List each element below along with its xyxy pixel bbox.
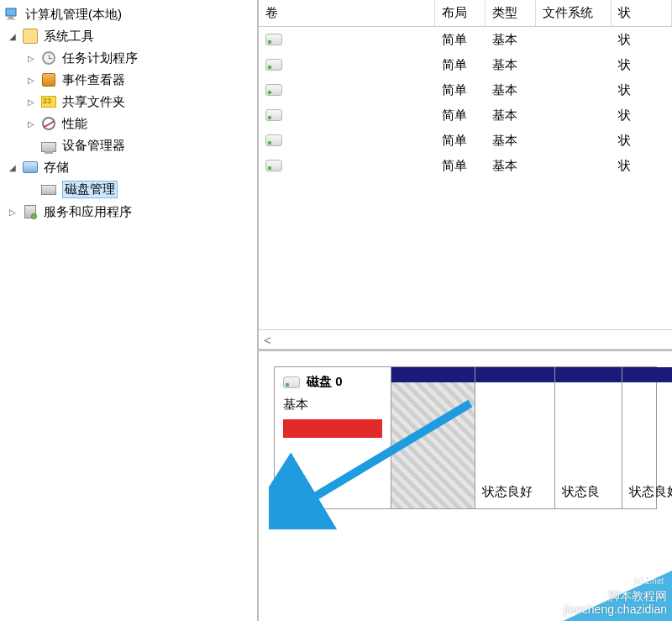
event-icon — [40, 71, 57, 88]
share-icon — [40, 93, 57, 110]
watermark: jb51.net 脚本教程网 jiaocheng.chazidian — [529, 571, 672, 621]
volume-row[interactable]: 简单基本状 — [259, 128, 672, 153]
volume-status: 状 — [612, 81, 672, 100]
volume-type: 基本 — [486, 55, 536, 75]
partition-body: 状态良好 — [622, 382, 672, 508]
volume-status: 状 — [612, 156, 672, 176]
redacted-bar-2 — [283, 443, 323, 458]
tree-performance[interactable]: ▷ 性能 — [0, 113, 257, 134]
watermark-line2: jiaocheng.chazidian — [564, 603, 667, 616]
volume-fs — [536, 38, 612, 41]
col-layout[interactable]: 布局 — [435, 0, 486, 26]
volumes-list: 卷 布局 类型 文件系统 状 简单基本状简单基本状简单基本状简单基本状简单基本状… — [259, 0, 672, 178]
expander-collapse-icon[interactable]: ◢ — [7, 30, 18, 42]
partition-header — [622, 367, 672, 382]
volume-status: 状 — [612, 30, 672, 50]
partition-status: 状态良 — [562, 484, 600, 500]
scroll-left-icon[interactable]: < — [264, 333, 271, 347]
storage-icon — [22, 159, 39, 176]
performance-icon — [40, 115, 57, 132]
tree-event-viewer[interactable]: ▷ 事件查看器 — [0, 69, 257, 91]
watermark-line1: 脚本教程网 — [608, 589, 667, 603]
partition-header — [555, 367, 622, 382]
col-status[interactable]: 状 — [612, 0, 672, 26]
col-volume[interactable]: 卷 — [259, 0, 435, 26]
partition-header — [391, 367, 475, 382]
volume-icon — [265, 59, 282, 71]
volume-status: 状 — [612, 55, 672, 75]
volume-fs — [536, 63, 612, 66]
computer-icon — [3, 6, 20, 23]
volume-type: 基本 — [486, 106, 536, 125]
tree-system-tools[interactable]: ◢ 系统工具 — [0, 25, 257, 47]
svg-rect-1 — [8, 17, 13, 18]
tree-services-apps[interactable]: ▷ 服务和应用程序 — [0, 201, 257, 223]
volume-layout: 简单 — [435, 131, 486, 150]
disk-row-0[interactable]: 磁盘 0 基本 状态良好状态良状态良好 — [274, 366, 657, 509]
tree-label: 事件查看器 — [62, 72, 125, 88]
tree-label: 系统工具 — [44, 29, 94, 45]
volume-icon — [265, 34, 282, 45]
tools-icon — [22, 28, 39, 45]
horizontal-scrollbar[interactable]: < — [259, 329, 672, 350]
volume-icon — [265, 160, 282, 171]
tree-disk-management[interactable]: 磁盘管理 — [0, 178, 257, 201]
volume-status: 状 — [612, 106, 672, 125]
volume-type: 基本 — [486, 30, 536, 50]
volume-fs — [536, 139, 612, 142]
partition[interactable]: 状态良好 — [622, 367, 672, 508]
volume-icon — [265, 109, 282, 121]
partition-header — [475, 367, 554, 382]
volume-fs — [536, 164, 612, 167]
volume-row[interactable]: 简单基本状 — [259, 52, 672, 77]
tree-label: 性能 — [62, 116, 87, 132]
expander-expand-icon[interactable]: ▷ — [25, 52, 37, 64]
expander-expand-icon[interactable]: ▷ — [25, 118, 37, 129]
volume-row[interactable]: 简单基本状 — [259, 27, 672, 52]
col-filesystem[interactable]: 文件系统 — [536, 0, 612, 26]
volume-icon — [265, 84, 282, 96]
partition[interactable]: 状态良好 — [475, 367, 555, 508]
volume-layout: 简单 — [435, 156, 486, 176]
volume-status: 状 — [612, 131, 672, 150]
volume-row[interactable]: 简单基本状 — [259, 103, 672, 128]
partition-body: 状态良好 — [475, 382, 554, 508]
disk-management-icon — [40, 182, 57, 198]
expander-expand-icon[interactable]: ▷ — [25, 74, 37, 86]
volume-fs — [536, 88, 612, 92]
volume-layout: 简单 — [435, 106, 486, 125]
volume-row[interactable]: 简单基本状 — [259, 77, 672, 103]
navigation-tree: 计算机管理(本地) ◢ 系统工具 ▷ 任务计划程序 ▷ 事件查看器 ▷ 共享文件… — [0, 0, 259, 621]
volume-type: 基本 — [486, 131, 536, 150]
tree-label: 服务和应用程序 — [44, 204, 132, 220]
volume-fs — [536, 113, 612, 117]
volume-type: 基本 — [486, 81, 536, 100]
tree-label: 设备管理器 — [62, 138, 125, 154]
disk-icon — [283, 376, 300, 388]
clock-icon — [40, 50, 57, 66]
volume-icon — [265, 134, 282, 146]
services-icon — [22, 203, 39, 220]
device-manager-icon — [40, 137, 57, 154]
volume-layout: 简单 — [435, 30, 486, 50]
tree-root[interactable]: 计算机管理(本地) — [0, 3, 257, 25]
tree-device-manager[interactable]: 设备管理器 — [0, 134, 257, 156]
volume-layout: 简单 — [435, 81, 486, 100]
tree-label: 共享文件夹 — [62, 94, 125, 110]
disk-info: 磁盘 0 基本 — [275, 367, 391, 508]
volume-row[interactable]: 简单基本状 — [259, 153, 672, 178]
partition[interactable] — [391, 367, 475, 508]
tree-storage[interactable]: ◢ 存储 — [0, 156, 257, 178]
disk-type: 基本 — [283, 397, 382, 413]
expander-expand-icon[interactable]: ▷ — [7, 206, 18, 218]
expander-expand-icon[interactable]: ▷ — [25, 96, 37, 108]
partition[interactable]: 状态良 — [555, 367, 622, 508]
svg-rect-0 — [6, 8, 16, 16]
col-type[interactable]: 类型 — [486, 0, 536, 26]
tree-label-selected: 磁盘管理 — [62, 181, 118, 198]
tree-task-scheduler[interactable]: ▷ 任务计划程序 — [0, 47, 257, 69]
disk-label: 磁盘 0 — [307, 374, 343, 390]
partition-body — [391, 382, 475, 508]
expander-collapse-icon[interactable]: ◢ — [7, 161, 18, 173]
tree-shared-folders[interactable]: ▷ 共享文件夹 — [0, 91, 257, 113]
